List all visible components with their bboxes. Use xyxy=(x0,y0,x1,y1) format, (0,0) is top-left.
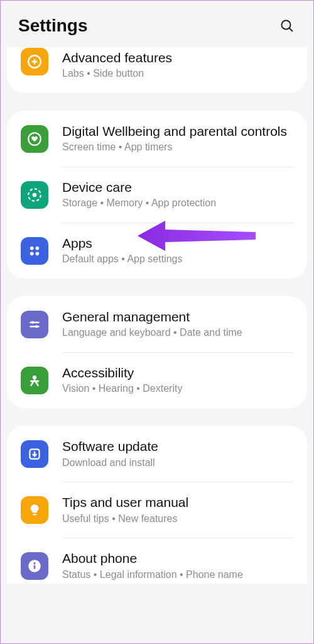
bulb-icon xyxy=(21,496,48,524)
svg-rect-19 xyxy=(33,514,36,515)
settings-list: Advanced features Labs • Side button Dig… xyxy=(1,47,313,584)
row-text: Advanced features Labs • Side button xyxy=(62,50,293,80)
row-text: About phone Status • Legal information •… xyxy=(62,550,293,581)
svg-point-16 xyxy=(33,375,36,379)
svg-point-15 xyxy=(35,325,38,328)
heart-circle-icon xyxy=(21,125,48,153)
settings-row-digital-wellbeing[interactable]: Digital Wellbeing and parental controls … xyxy=(7,111,307,167)
search-icon xyxy=(279,18,295,33)
row-text: General management Language and keyboard… xyxy=(62,309,293,340)
svg-point-11 xyxy=(36,252,40,255)
row-title: Device care xyxy=(62,179,293,196)
row-text: Digital Wellbeing and parental controls … xyxy=(62,123,293,154)
svg-point-7 xyxy=(33,192,37,197)
settings-row-device-care[interactable]: Device care Storage • Memory • App prote… xyxy=(7,167,307,223)
settings-row-about-phone[interactable]: About phone Status • Legal information •… xyxy=(7,538,307,584)
row-text: Accessibility Vision • Hearing • Dexteri… xyxy=(62,365,293,396)
settings-group: General management Language and keyboard… xyxy=(7,296,307,408)
svg-point-13 xyxy=(31,321,34,323)
settings-row-tips[interactable]: Tips and user manual Useful tips • New f… xyxy=(7,482,307,538)
person-icon xyxy=(21,367,48,394)
row-subtitle: Download and install xyxy=(62,457,293,470)
page-title: Settings xyxy=(18,16,87,36)
row-text: Device care Storage • Memory • App prote… xyxy=(62,179,293,210)
row-subtitle: Useful tips • New features xyxy=(62,513,293,526)
row-subtitle: Labs • Side button xyxy=(62,67,293,80)
plus-circle-icon xyxy=(21,48,48,75)
row-title: About phone xyxy=(62,550,293,567)
row-subtitle: Screen time • App timers xyxy=(62,141,293,154)
row-title: Software update xyxy=(62,438,293,455)
settings-row-advanced-features[interactable]: Advanced features Labs • Side button xyxy=(7,47,307,93)
row-subtitle: Status • Legal information • Phone name xyxy=(62,569,293,582)
svg-point-10 xyxy=(30,252,34,255)
row-subtitle: Vision • Hearing • Dexterity xyxy=(62,382,293,396)
row-title: Tips and user manual xyxy=(62,494,293,511)
svg-point-0 xyxy=(282,21,291,30)
row-subtitle: Default apps • App settings xyxy=(62,253,293,266)
download-icon xyxy=(21,440,48,468)
svg-line-1 xyxy=(290,28,293,32)
settings-group: Digital Wellbeing and parental controls … xyxy=(7,111,307,279)
svg-point-21 xyxy=(33,562,35,564)
row-text: Apps Default apps • App settings xyxy=(62,235,293,266)
row-subtitle: Storage • Memory • App protection xyxy=(62,197,293,210)
settings-group: Advanced features Labs • Side button xyxy=(7,47,307,93)
settings-row-software-update[interactable]: Software update Download and install xyxy=(7,426,307,482)
row-title: Digital Wellbeing and parental controls xyxy=(62,123,293,140)
row-title: Accessibility xyxy=(62,365,293,381)
gauge-icon xyxy=(21,181,48,209)
settings-row-general-management[interactable]: General management Language and keyboard… xyxy=(7,296,307,352)
row-text: Software update Download and install xyxy=(62,438,293,469)
sliders-icon xyxy=(21,311,48,338)
row-text: Tips and user manual Useful tips • New f… xyxy=(62,494,293,525)
row-title: Advanced features xyxy=(62,50,293,66)
apps-grid-icon xyxy=(21,237,48,265)
svg-rect-22 xyxy=(34,565,36,569)
row-title: Apps xyxy=(62,235,293,252)
search-button[interactable] xyxy=(278,17,296,35)
row-title: General management xyxy=(62,309,293,325)
svg-point-8 xyxy=(30,247,34,250)
settings-group: Software update Download and install Tip… xyxy=(7,426,307,584)
settings-row-accessibility[interactable]: Accessibility Vision • Hearing • Dexteri… xyxy=(7,352,307,408)
svg-point-9 xyxy=(36,247,40,250)
info-icon xyxy=(21,552,48,580)
settings-row-apps[interactable]: Apps Default apps • App settings xyxy=(7,223,307,279)
row-subtitle: Language and keyboard • Date and time xyxy=(62,326,293,340)
header: Settings xyxy=(1,1,313,47)
